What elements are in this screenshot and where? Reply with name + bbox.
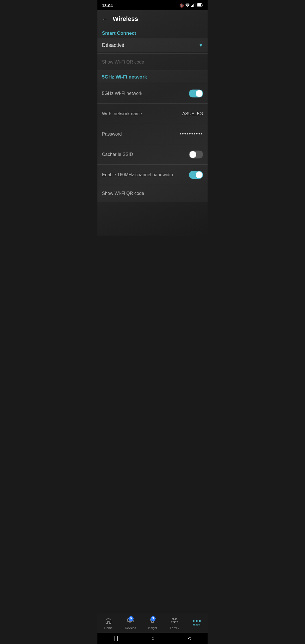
- signal-icon: [191, 3, 196, 8]
- toggle-knob: [196, 90, 202, 97]
- hide-ssid-label: Cacher le SSID: [102, 152, 189, 157]
- svg-rect-3: [195, 3, 195, 7]
- smart-connect-dropdown[interactable]: Désactivé ▼: [97, 38, 208, 52]
- svg-rect-5: [197, 4, 201, 6]
- dropdown-value: Désactivé: [102, 42, 124, 48]
- app-background: ← Wireless Smart Connect Désactivé ▼ Sho…: [97, 10, 208, 236]
- password-row[interactable]: Password ••••••••••: [97, 124, 208, 144]
- smart-connect-section: Smart Connect: [97, 27, 208, 38]
- 160mhz-toggle[interactable]: [189, 171, 203, 179]
- wifi-name-value: ASUS_5G: [182, 111, 203, 116]
- 5ghz-wifi-toggle-row[interactable]: 5GHz Wi-Fi network: [97, 83, 208, 104]
- password-label: Password: [102, 132, 176, 137]
- back-button[interactable]: ←: [102, 16, 108, 22]
- page-title: Wireless: [113, 15, 138, 23]
- smart-connect-title: Smart Connect: [102, 31, 136, 36]
- svg-rect-0: [191, 6, 192, 7]
- page-header: ← Wireless: [97, 10, 208, 27]
- 160mhz-toggle-knob: [196, 171, 202, 178]
- status-icons: 🔇: [179, 3, 203, 8]
- 5ghz-section-title: 5GHz Wi-Fi network: [102, 74, 147, 80]
- show-qr-code-top-row[interactable]: Show Wi-Fi QR code: [97, 54, 208, 71]
- password-value: ••••••••••: [180, 131, 203, 137]
- 5ghz-wifi-label: 5GHz Wi-Fi network: [102, 91, 189, 96]
- hide-ssid-toggle-knob: [189, 151, 196, 158]
- svg-rect-2: [193, 4, 194, 7]
- show-qr-code-bottom-row[interactable]: Show Wi-Fi QR code: [97, 185, 208, 202]
- battery-icon: [197, 3, 203, 8]
- 160mhz-row[interactable]: Enable 160MHz channel bandwidth: [97, 165, 208, 185]
- hide-ssid-row[interactable]: Cacher le SSID: [97, 144, 208, 165]
- hide-ssid-toggle[interactable]: [189, 151, 203, 158]
- wifi-icon: [185, 3, 190, 8]
- qr-code-top-label: Show Wi-Fi QR code: [102, 60, 144, 64]
- chevron-down-icon: ▼: [199, 43, 203, 48]
- 160mhz-label: Enable 160MHz channel bandwidth: [102, 172, 189, 177]
- mute-icon: 🔇: [179, 3, 184, 8]
- status-bar: 18:04 🔇: [97, 0, 208, 10]
- qr-code-bottom-label: Show Wi-Fi QR code: [102, 191, 144, 196]
- svg-rect-1: [192, 5, 193, 7]
- wifi-name-label: Wi-Fi network name: [102, 111, 179, 116]
- status-time: 18:04: [102, 3, 113, 8]
- wifi-name-row[interactable]: Wi-Fi network name ASUS_5G: [97, 104, 208, 124]
- 5ghz-section-header: 5GHz Wi-Fi network: [97, 71, 208, 83]
- 5ghz-wifi-toggle[interactable]: [189, 90, 203, 97]
